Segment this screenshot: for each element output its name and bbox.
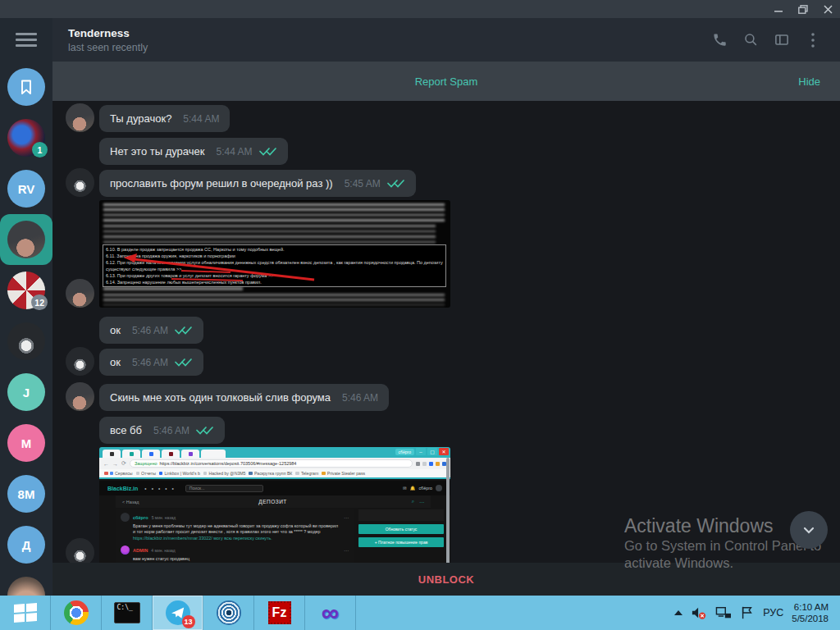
language-indicator[interactable]: РУС (763, 607, 783, 619)
star-icon (422, 462, 427, 466)
close-button[interactable] (815, 0, 840, 18)
own-avatar[interactable] (66, 168, 94, 197)
browser-maximize-icon: ▢ (427, 448, 437, 455)
message-row: ок 5:46 AM (66, 317, 840, 344)
unblock-button[interactable]: UNBLOCK (418, 573, 475, 586)
main-menu-button[interactable] (0, 18, 52, 62)
forum-nav-icons: ••••• (144, 486, 178, 491)
zoom-icon (416, 462, 420, 466)
more-menu-button[interactable] (797, 26, 829, 54)
avatar (7, 577, 45, 596)
bookmark-icon (17, 78, 35, 96)
peer-avatar[interactable] (66, 382, 94, 411)
taskbar-cmd-button[interactable]: C:\_ (102, 596, 153, 630)
taskbar-eye-app-button[interactable] (203, 596, 254, 630)
more-icon: ⋯ (419, 499, 424, 504)
refresh-icon: ⟳ (121, 460, 126, 467)
forum-post: сбёрго 5 мин. назад ⋯ Братан у меня проб… (121, 513, 349, 541)
close-icon (824, 5, 833, 14)
forum-post: ADMIN 4 мин. назад ⋯ вам нужен статус пр… (121, 546, 349, 562)
message-bubble[interactable]: Ты дурачок? 5:44 AM (99, 105, 230, 132)
message-row: все бб 5:46 AM (66, 417, 840, 444)
eye-icon (217, 600, 241, 625)
sidebar-item-chat-10[interactable] (0, 570, 52, 596)
browser-minimize-icon: – (416, 448, 426, 455)
sidebar-item-chat-4[interactable]: 12 (0, 265, 52, 316)
message-row: ок 5:46 AM (66, 347, 840, 376)
message-time: 5:46 AM (342, 392, 378, 404)
extension-icon (429, 462, 433, 466)
saved-messages-avatar (7, 68, 45, 106)
message-bubble[interactable]: прославить форум решил в очередной раз )… (99, 170, 416, 197)
message-bubble[interactable]: ок 5:46 AM (99, 349, 203, 376)
own-avatar[interactable] (66, 347, 94, 376)
forum-logo: BlackBiz.in (107, 486, 138, 491)
windows-logo-icon (14, 603, 37, 623)
restore-button[interactable] (791, 0, 815, 18)
message-bubble[interactable]: Нет это ты дурачек 5:44 AM (99, 138, 288, 165)
sidebar-item-chat-7[interactable]: M (0, 418, 52, 468)
sidebar-item-chat-1[interactable]: 1 (0, 112, 52, 163)
taskbar-filezilla-button[interactable]: Fz (254, 596, 305, 630)
message-bubble[interactable]: Скинь мне хоть один толковый слив форума… (99, 384, 389, 411)
taskbar-telegram-button[interactable]: 13 (153, 596, 203, 630)
sidebar-item-chat-5[interactable] (0, 316, 52, 367)
message-bubble[interactable]: ок 5:46 AM (99, 317, 203, 344)
sidebar-item-saved-messages[interactable] (0, 62, 52, 112)
forum-navbar: BlackBiz.in ••••• Поиск... ✉🔔 сбёрго (99, 481, 450, 495)
sidebar-item-chat-8[interactable]: 8M (0, 468, 52, 519)
action-center-flag-icon[interactable] (740, 605, 755, 620)
message-row: Нет это ты дурачек 5:44 AM (66, 138, 840, 165)
double-check-icon (196, 423, 214, 438)
hide-button[interactable]: Hide (798, 75, 820, 88)
message-bubble[interactable]: все бб 5:46 AM (99, 417, 225, 444)
mail-icon: ✉ (403, 486, 407, 491)
windows-taskbar: C:\_ 13 Fz ∞ (0, 596, 840, 630)
report-spam-button[interactable]: Report Spam (415, 75, 478, 88)
message-row: прославить форум решил в очередной раз )… (66, 168, 840, 197)
tray-expand-icon[interactable] (674, 610, 682, 615)
peer-avatar[interactable] (66, 103, 94, 132)
message-time: 5:44 AM (216, 146, 252, 158)
browser-tab-strip: сбёрго – ▢ ✕ (99, 447, 450, 458)
network-icon[interactable] (715, 605, 732, 620)
search-icon (743, 32, 759, 48)
avatar-initials: J (23, 386, 30, 399)
red-arrow-annotation (99, 200, 450, 308)
message-history[interactable]: Ты дурачок? 5:44 AM Нет это ты дурачек 5… (52, 101, 840, 563)
own-avatar[interactable] (66, 538, 94, 563)
clock[interactable]: 6:10 AM 5/5/2018 (792, 601, 832, 624)
photo-message-rules[interactable]: 6.10. В разделе продаж запрещается прода… (99, 200, 450, 308)
restore-icon (798, 5, 808, 14)
browser-window-label: сбёрго (395, 449, 414, 455)
sidebar-item-chat-3-selected[interactable] (0, 214, 52, 265)
avatar-initials: 8M (18, 487, 35, 501)
search-button[interactable] (735, 26, 766, 54)
address-bar-icons (416, 462, 446, 466)
avatar (7, 322, 45, 360)
toggle-info-panel-button[interactable] (766, 26, 797, 54)
chrome-icon (64, 600, 89, 625)
bookmarks-bar: Сервисы Отчеты Linkbox | World's b Hacke… (99, 469, 450, 479)
sidebar-item-chat-9[interactable]: Д (0, 519, 52, 570)
avatar-initials: M (21, 436, 32, 450)
volume-muted-icon[interactable] (691, 605, 707, 620)
sidebar-item-chat-6[interactable]: J (0, 367, 52, 418)
taskbar-chrome-button[interactable] (51, 596, 102, 630)
message-text: Ты дурачок? (110, 111, 171, 126)
minimize-button[interactable] (766, 0, 791, 18)
taskbar-infinity-app-button[interactable]: ∞ (305, 596, 356, 630)
peer-avatar[interactable] (66, 279, 94, 308)
chats-sidebar: 1 RV 12 J (0, 18, 52, 596)
call-button[interactable] (704, 26, 735, 54)
update-status-button: Обновить статус (358, 524, 444, 534)
photo-message-browser[interactable]: сбёрго – ▢ ✕ ← → ⟳ Защищено (99, 447, 450, 563)
chat-header[interactable]: Tenderness last seen recently (52, 18, 840, 62)
double-check-icon (259, 144, 277, 159)
sidebar-item-chat-2[interactable]: RV (0, 163, 52, 214)
post-link: https://blackbiz.in/members/nmar.33022/ … (133, 536, 272, 541)
start-button[interactable] (0, 596, 51, 630)
avatar: M (7, 424, 45, 462)
scroll-to-bottom-button[interactable] (790, 511, 828, 549)
kebab-menu-icon (810, 32, 815, 48)
